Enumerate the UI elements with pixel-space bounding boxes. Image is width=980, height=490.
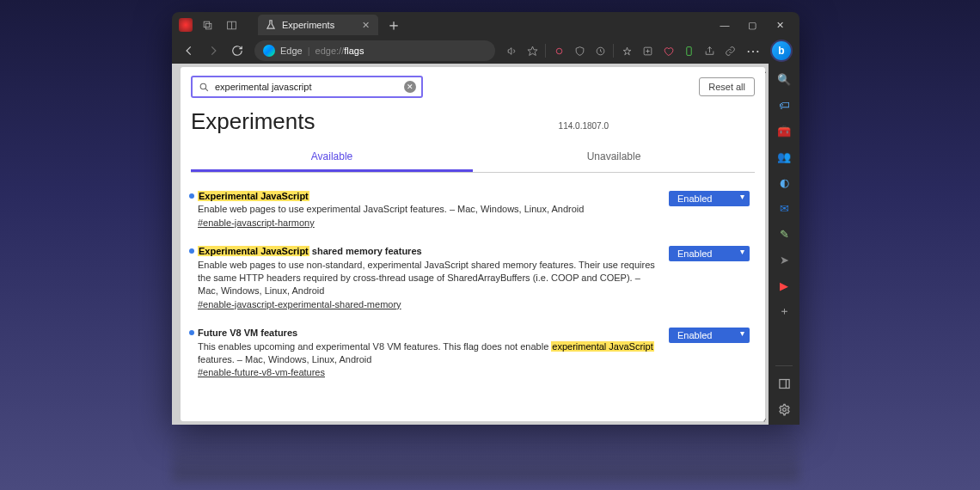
svg-point-15 (782, 407, 786, 411)
address-bar[interactable]: Edge | edge://flags (254, 40, 495, 61)
people-icon[interactable]: 👥 (775, 148, 793, 165)
youtube-icon[interactable]: ▶ (775, 277, 793, 294)
search-icon (198, 81, 210, 93)
window-duplicate-icon[interactable] (198, 15, 217, 34)
shield-icon[interactable] (570, 41, 589, 60)
search-input[interactable] (215, 82, 399, 92)
maximize-button[interactable]: ▢ (739, 14, 765, 36)
flags-list: Experimental JavaScriptEnable web pages … (191, 190, 755, 380)
address-separator: | (308, 46, 310, 56)
page-content: ✕ Reset all Experiments 114.0.1807.0 Ava… (181, 67, 765, 421)
tracking-icon[interactable] (549, 41, 568, 60)
extensions-icon[interactable] (591, 41, 609, 60)
tools-icon[interactable]: 🧰 (775, 122, 793, 139)
flag-search-box: ✕ (191, 76, 423, 98)
forward-button[interactable] (203, 40, 224, 61)
page-title: Experiments (191, 108, 315, 135)
svg-point-11 (200, 83, 206, 89)
flag-description: Enable web pages to use experimental Jav… (198, 203, 657, 216)
flag-anchor-link[interactable]: #enable-future-v8-vm-features (198, 366, 657, 379)
tab-close-icon[interactable]: ✕ (359, 19, 371, 31)
page-tabs: AvailableUnavailable (191, 144, 755, 173)
edge-sidebar: 🔍🏷🧰👥◐✉✎➤▶＋ (769, 64, 799, 425)
flag-description: Enable web pages to use non-standard, ex… (198, 259, 657, 298)
address-app-label: Edge (280, 46, 303, 56)
address-url: edge://flags (315, 46, 364, 56)
modified-dot-icon (189, 330, 194, 335)
sidebar-separator (775, 365, 793, 366)
search-icon[interactable]: 🔍 (775, 70, 793, 88)
menu-button[interactable]: ⋯ (743, 40, 763, 61)
send-icon[interactable]: ➤ (775, 251, 793, 268)
version-label: 114.0.1807.0 (559, 121, 609, 131)
flag-title: Experimental JavaScript (198, 190, 657, 203)
flag-row: Experimental JavaScriptEnable web pages … (191, 190, 755, 230)
titlebar: Experiments ✕ ＋ — ▢ ✕ (172, 12, 799, 38)
collections-icon[interactable] (638, 41, 657, 60)
modified-dot-icon (189, 193, 194, 199)
flag-title: Future V8 VM features (198, 327, 657, 340)
edit-icon[interactable]: ✎ (775, 225, 793, 242)
clear-search-button[interactable]: ✕ (404, 81, 416, 93)
performance-icon[interactable] (679, 41, 698, 60)
outlook-icon[interactable]: ✉ (775, 199, 793, 217)
window-split-icon[interactable] (222, 15, 241, 34)
svg-rect-1 (205, 23, 211, 28)
tab-label: Experiments (282, 20, 354, 30)
share-icon[interactable] (700, 41, 719, 60)
back-button[interactable] (179, 40, 199, 61)
minimize-button[interactable]: — (712, 14, 738, 36)
flag-title: Experimental JavaScript shared memory fe… (198, 245, 657, 258)
toolbar: Edge | edge://flags ⋯ b (172, 38, 799, 64)
flag-anchor-link[interactable]: #enable-javascript-experimental-shared-m… (198, 298, 657, 311)
svg-marker-4 (528, 46, 537, 55)
flask-icon (265, 19, 277, 31)
flag-description: This enables upcoming and experimental V… (198, 340, 657, 367)
apps-icon[interactable]: ◐ (775, 174, 793, 191)
browser-window: Experiments ✕ ＋ — ▢ ✕ Edge | edge://flag… (172, 12, 799, 425)
svg-point-5 (556, 48, 562, 54)
reset-all-button[interactable]: Reset all (699, 77, 755, 96)
flag-row: Future V8 VM featuresThis enables upcomi… (191, 327, 755, 380)
flag-text: Future V8 VM featuresThis enables upcomi… (198, 327, 657, 380)
tab-available[interactable]: Available (191, 144, 473, 172)
flag-anchor-link[interactable]: #enable-javascript-harmony (198, 217, 657, 230)
settings-icon[interactable] (775, 401, 793, 418)
modified-dot-icon (189, 248, 194, 254)
bing-chat-button[interactable]: b (770, 40, 793, 62)
flag-text: Experimental JavaScriptEnable web pages … (198, 190, 657, 230)
heart-icon[interactable] (658, 41, 677, 60)
flag-state-select[interactable]: DefaultEnabledDisabled (669, 191, 750, 206)
browser-tab[interactable]: Experiments ✕ (258, 15, 378, 35)
flag-text: Experimental JavaScript shared memory fe… (198, 245, 657, 311)
svg-rect-0 (204, 21, 210, 28)
new-tab-button[interactable]: ＋ (383, 15, 404, 35)
add-icon[interactable]: ＋ (775, 303, 793, 320)
app-icon (179, 18, 193, 32)
flag-state-select[interactable]: DefaultEnabledDisabled (669, 328, 750, 343)
favorites-bar-icon[interactable] (617, 41, 636, 60)
read-aloud-icon[interactable] (502, 41, 521, 60)
refresh-button[interactable] (227, 40, 248, 61)
flag-state-select[interactable]: DefaultEnabledDisabled (669, 246, 750, 261)
link-icon[interactable] (720, 41, 739, 60)
favorite-icon[interactable] (523, 41, 542, 60)
svg-rect-10 (686, 46, 690, 55)
svg-rect-13 (779, 379, 788, 388)
flag-row: Experimental JavaScript shared memory fe… (191, 245, 755, 311)
svg-marker-6 (623, 47, 631, 55)
edge-icon (263, 45, 275, 57)
close-button[interactable]: ✕ (767, 14, 793, 36)
tag-icon[interactable]: 🏷 (775, 96, 793, 113)
svg-line-12 (205, 89, 208, 91)
sidebar-toggle-icon[interactable] (775, 375, 793, 392)
tab-unavailable[interactable]: Unavailable (473, 144, 755, 172)
